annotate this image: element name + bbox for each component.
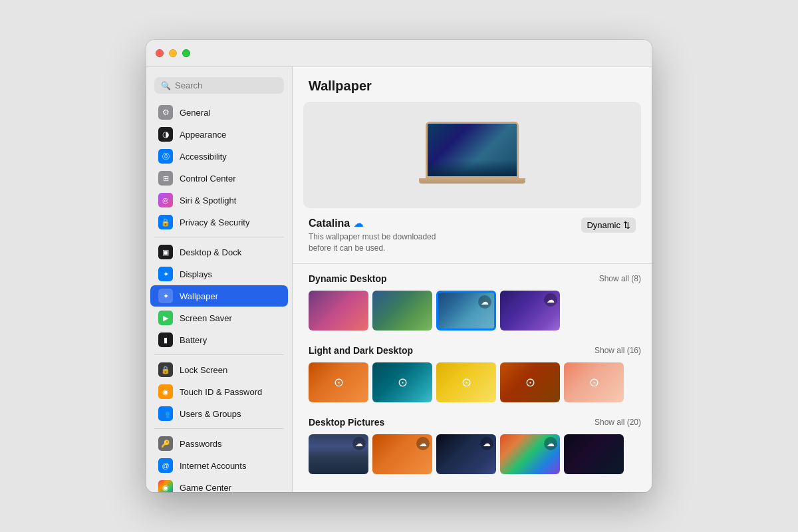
wallpaper-icon: ✦ xyxy=(158,289,173,303)
sidebar-item-wallpaper[interactable]: ✦ Wallpaper xyxy=(150,285,288,307)
wallpaper-thumb[interactable]: ☁ xyxy=(436,434,496,474)
sidebar-label-internet: Internet Accounts xyxy=(180,461,246,471)
users-icon: 👥 xyxy=(158,406,173,421)
desktop-pictures-grid: ☁ ☁ ☁ ☁ xyxy=(309,434,641,474)
cloud-badge: ☁ xyxy=(352,437,366,450)
sidebar-item-general[interactable]: ⚙ General xyxy=(150,102,288,123)
battery-icon: ▮ xyxy=(158,332,173,347)
sidebar-divider-3 xyxy=(154,428,284,429)
wallpaper-thumb[interactable] xyxy=(564,434,624,474)
wallpaper-info-bar: Catalina ☁ This wallpaper must be downlo… xyxy=(293,208,652,264)
section-dynamic-desktop: Dynamic Desktop Show all (8) ☁ ☁ xyxy=(293,264,652,336)
sidebar-item-lockscreen[interactable]: 🔒 Lock Screen xyxy=(150,359,288,380)
laptop-base xyxy=(419,178,525,184)
sidebar-label-passwords: Passwords xyxy=(180,439,222,449)
sidebar-label-appearance: Appearance xyxy=(180,130,226,140)
sidebar-item-passwords[interactable]: 🔑 Passwords xyxy=(150,433,288,454)
sidebar-item-displays[interactable]: ✦ Displays xyxy=(150,263,288,285)
sidebar-label-gamecenter: Game Center xyxy=(180,483,231,493)
wallpaper-thumb[interactable]: ☁ xyxy=(500,434,560,474)
touchid-icon: ◉ xyxy=(158,384,173,399)
sidebar-divider-1 xyxy=(154,237,284,237)
screensaver-icon: ▶ xyxy=(158,311,173,325)
wallpaper-thumb[interactable]: ☁ xyxy=(372,434,432,474)
sidebar-item-internet[interactable]: @ Internet Accounts xyxy=(150,455,288,476)
desktop-pictures-title: Desktop Pictures xyxy=(309,417,384,428)
sidebar-label-general: General xyxy=(180,108,210,118)
maximize-button[interactable] xyxy=(182,49,190,57)
cloud-download-icon[interactable]: ☁ xyxy=(354,218,363,229)
titlebar xyxy=(146,40,652,66)
sidebar-item-battery[interactable]: ▮ Battery xyxy=(150,329,288,350)
play-icon: ⊙ xyxy=(589,375,599,390)
sidebar-label-desktop: Desktop & Dock xyxy=(180,247,241,257)
sidebar-item-accessibility[interactable]: ⓪ Accessibility xyxy=(150,146,288,167)
sidebar-item-users[interactable]: 👥 Users & Groups xyxy=(150,403,288,424)
sidebar-label-screensaver: Screen Saver xyxy=(180,313,232,323)
desktop-pictures-show-all[interactable]: Show all (20) xyxy=(595,418,641,427)
privacy-icon: 🔒 xyxy=(158,215,173,229)
wallpaper-thumb[interactable]: ⊙ xyxy=(372,362,432,402)
sidebar-item-siri[interactable]: ◎ Siri & Spotlight xyxy=(150,190,288,211)
dynamic-desktop-show-all[interactable]: Show all (8) xyxy=(599,274,641,283)
wallpaper-thumb[interactable]: ⊙ xyxy=(564,362,624,402)
wallpaper-thumb-selected[interactable]: ☁ xyxy=(436,291,496,331)
controlcenter-icon: ⊞ xyxy=(158,171,173,186)
dynamic-desktop-title: Dynamic Desktop xyxy=(309,273,386,284)
cloud-badge: ☁ xyxy=(478,295,491,309)
accessibility-icon: ⓪ xyxy=(158,149,173,164)
wallpaper-thumb[interactable]: ☁ xyxy=(309,434,368,474)
sidebar-item-desktop[interactable]: ▣ Desktop & Dock xyxy=(150,241,288,263)
dynamic-selector[interactable]: Dynamic ⇅ xyxy=(581,217,636,233)
sidebar-section-accounts: 🔑 Passwords @ Internet Accounts ◉ Game C… xyxy=(146,433,292,492)
light-dark-desktop-show-all[interactable]: Show all (16) xyxy=(595,346,641,355)
wallpaper-name: Catalina ☁ xyxy=(309,217,455,229)
sidebar-label-users: Users & Groups xyxy=(180,409,241,419)
wallpaper-thumb[interactable] xyxy=(309,291,368,331)
sidebar-section-main: ⚙ General ◑ Appearance ⓪ Accessibility xyxy=(146,102,292,233)
laptop-preview xyxy=(426,122,519,188)
sidebar-label-touchid: Touch ID & Password xyxy=(180,387,262,397)
wallpaper-name-text: Catalina xyxy=(309,217,350,229)
sidebar-item-touchid[interactable]: ◉ Touch ID & Password xyxy=(150,381,288,402)
sidebar-label-controlcenter: Control Center xyxy=(180,174,236,184)
gamecenter-icon: ◉ xyxy=(158,480,173,492)
wallpaper-thumb[interactable]: ⊙ xyxy=(309,362,368,402)
main-panel: Wallpaper Catalina ☁ This wallpape xyxy=(293,66,652,492)
light-dark-desktop-grid: ⊙ ⊙ ⊙ ⊙ ⊙ xyxy=(309,362,641,402)
search-icon: 🔍 xyxy=(161,81,171,90)
play-icon: ⊙ xyxy=(462,375,471,390)
wallpaper-thumb[interactable]: ⊙ xyxy=(500,362,560,402)
sidebar-label-displays: Displays xyxy=(180,269,212,279)
search-input[interactable] xyxy=(175,80,277,90)
sidebar-item-controlcenter[interactable]: ⊞ Control Center xyxy=(150,168,288,189)
sidebar-label-siri: Siri & Spotlight xyxy=(180,196,236,205)
siri-icon: ◎ xyxy=(158,193,173,207)
passwords-icon: 🔑 xyxy=(158,436,173,451)
sidebar-label-battery: Battery xyxy=(180,335,207,345)
section-light-dark-desktop: Light and Dark Desktop Show all (16) ⊙ ⊙… xyxy=(293,336,652,408)
sidebar-section-security: 🔒 Lock Screen ◉ Touch ID & Password 👥 Us… xyxy=(146,359,292,424)
search-bar[interactable]: 🔍 xyxy=(154,77,284,94)
dynamic-desktop-grid: ☁ ☁ xyxy=(309,291,641,331)
sidebar-item-screensaver[interactable]: ▶ Screen Saver xyxy=(150,307,288,329)
cloud-badge: ☁ xyxy=(480,437,493,450)
sidebar-item-appearance[interactable]: ◑ Appearance xyxy=(150,124,288,145)
sidebar-label-lockscreen: Lock Screen xyxy=(180,365,227,375)
dynamic-desktop-header: Dynamic Desktop Show all (8) xyxy=(309,273,641,284)
wallpaper-thumb[interactable]: ⊙ xyxy=(436,362,496,402)
wallpaper-thumb[interactable] xyxy=(372,291,432,331)
play-icon: ⊙ xyxy=(398,375,408,390)
wallpaper-info-left: Catalina ☁ This wallpaper must be downlo… xyxy=(309,217,455,254)
wallpaper-thumb[interactable]: ☁ xyxy=(500,291,560,331)
sidebar-item-privacy[interactable]: 🔒 Privacy & Security xyxy=(150,211,288,233)
dynamic-label: Dynamic xyxy=(587,220,620,230)
laptop-screen xyxy=(426,122,519,178)
minimize-button[interactable] xyxy=(169,49,177,57)
light-dark-desktop-title: Light and Dark Desktop xyxy=(309,345,413,356)
displays-icon: ✦ xyxy=(158,267,173,281)
close-button[interactable] xyxy=(156,49,164,57)
sidebar-item-gamecenter[interactable]: ◉ Game Center xyxy=(150,477,288,492)
light-dark-desktop-header: Light and Dark Desktop Show all (16) xyxy=(309,345,641,356)
sidebar-label-privacy: Privacy & Security xyxy=(180,217,249,227)
